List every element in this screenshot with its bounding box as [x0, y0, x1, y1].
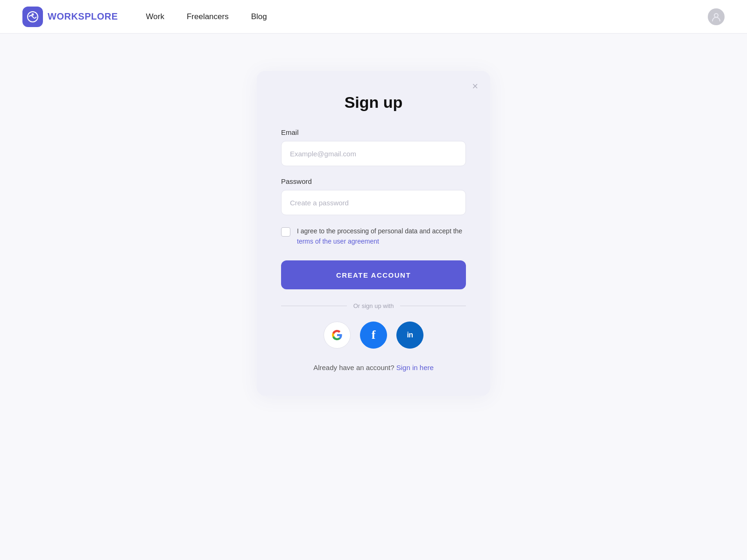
password-label: Password — [281, 177, 466, 185]
email-input[interactable] — [281, 141, 466, 166]
signup-modal: × Sign up Email Password I agree to the … — [257, 71, 490, 396]
terms-link[interactable]: terms of the user agreement — [297, 238, 379, 245]
signin-link[interactable]: Sign in here — [396, 364, 434, 371]
logo-link[interactable]: WORKSPLORE — [22, 7, 118, 27]
nav-right — [708, 8, 725, 25]
google-signin-button[interactable] — [324, 322, 351, 349]
navbar: WORKSPLORE Work Freelancers Blog — [0, 0, 747, 34]
close-button[interactable]: × — [472, 81, 478, 91]
divider-text: Or sign up with — [353, 302, 394, 309]
linkedin-icon: in — [407, 331, 413, 339]
logo-icon — [22, 7, 43, 27]
user-avatar-icon[interactable] — [708, 8, 725, 25]
facebook-icon: f — [372, 328, 376, 342]
email-group: Email — [281, 128, 466, 166]
divider-line-left — [281, 306, 347, 306]
main-content: × Sign up Email Password I agree to the … — [0, 34, 747, 396]
social-buttons-row: f in — [281, 322, 466, 349]
signin-row: Already have an account? Sign in here — [281, 364, 466, 371]
svg-point-1 — [32, 13, 34, 15]
nav-item-work[interactable]: Work — [146, 12, 164, 21]
google-icon — [331, 329, 343, 341]
facebook-signin-button[interactable]: f — [360, 322, 387, 349]
create-account-button[interactable]: CREATE ACCOUNT — [281, 260, 466, 289]
divider-line-right — [400, 306, 466, 306]
or-divider: Or sign up with — [281, 302, 466, 309]
logo-text: WORKSPLORE — [48, 11, 118, 22]
terms-text: I agree to the processing of personal da… — [297, 226, 466, 246]
already-text: Already have an account? — [313, 364, 394, 371]
email-label: Email — [281, 128, 466, 136]
terms-checkbox[interactable] — [281, 227, 290, 237]
password-group: Password — [281, 177, 466, 215]
svg-point-2 — [714, 14, 718, 17]
nav-item-freelancers[interactable]: Freelancers — [187, 12, 229, 21]
nav-links: Work Freelancers Blog — [146, 12, 708, 21]
terms-checkbox-row: I agree to the processing of personal da… — [281, 226, 466, 246]
password-input[interactable] — [281, 190, 466, 215]
modal-title: Sign up — [281, 93, 466, 112]
linkedin-signin-button[interactable]: in — [396, 322, 423, 349]
nav-item-blog[interactable]: Blog — [251, 12, 267, 21]
